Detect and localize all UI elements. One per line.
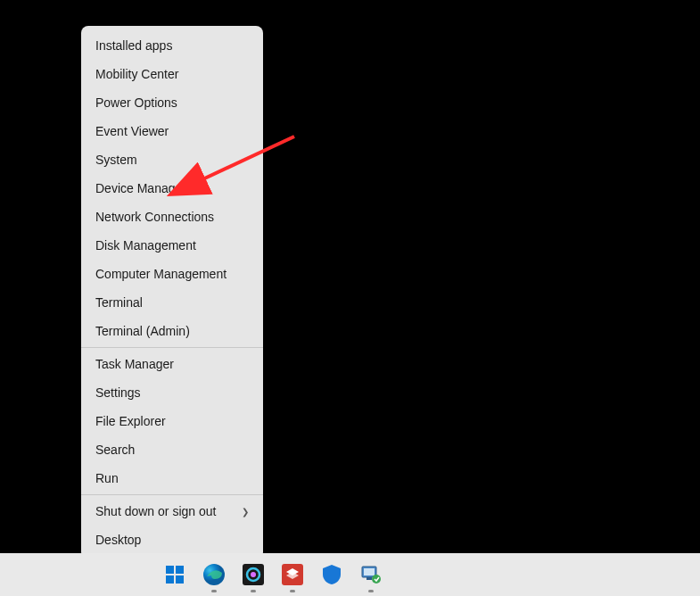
menu-power-options[interactable]: Power Options: [81, 88, 263, 117]
svg-rect-1: [176, 566, 184, 574]
menu-shutdown[interactable]: Shut down or sign out❯: [81, 497, 263, 526]
svg-rect-10: [364, 568, 375, 575]
menu-item-label: Power Options: [95, 95, 177, 110]
svg-rect-0: [166, 566, 174, 574]
menu-item-label: Disk Management: [95, 238, 196, 252]
menu-file-explorer[interactable]: File Explorer: [81, 407, 263, 435]
menu-item-label: Device Manager: [95, 181, 186, 195]
menu-separator: [81, 347, 263, 348]
svg-rect-11: [366, 577, 372, 580]
menu-item-label: Computer Management: [95, 267, 226, 281]
menu-desktop[interactable]: Desktop: [81, 526, 263, 554]
security-icon[interactable]: [317, 560, 346, 589]
menu-installed-apps[interactable]: Installed apps: [81, 31, 263, 60]
menu-item-label: Installed apps: [95, 38, 172, 53]
menu-item-label: Network Connections: [95, 210, 214, 224]
menu-item-label: Task Manager: [95, 357, 174, 371]
menu-item-label: Desktop: [95, 533, 141, 547]
menu-system[interactable]: System: [81, 145, 263, 174]
start-icon[interactable]: [161, 560, 189, 589]
edge-icon[interactable]: [200, 560, 228, 589]
menu-network-connections[interactable]: Network Connections: [81, 203, 263, 231]
taskbar: [0, 553, 700, 596]
menu-item-label: Settings: [95, 385, 141, 400]
menu-item-label: Shut down or sign out: [95, 504, 216, 518]
winx-context-menu: Installed appsMobility CenterPower Optio…: [81, 26, 263, 559]
menu-item-label: Search: [95, 443, 135, 457]
chevron-right-icon: ❯: [242, 507, 249, 517]
menu-device-manager[interactable]: Device Manager: [81, 174, 263, 203]
menu-settings[interactable]: Settings: [81, 378, 263, 407]
svg-rect-3: [176, 575, 184, 584]
menu-item-label: Terminal: [95, 295, 143, 310]
menu-terminal[interactable]: Terminal: [81, 288, 263, 317]
app-red-icon[interactable]: [278, 560, 307, 589]
system-tool-icon[interactable]: [357, 560, 385, 589]
copilot-icon[interactable]: [239, 560, 268, 589]
menu-terminal-admin[interactable]: Terminal (Admin): [81, 317, 263, 345]
svg-point-7: [251, 572, 256, 577]
svg-rect-2: [166, 575, 174, 584]
menu-event-viewer[interactable]: Event Viewer: [81, 117, 263, 145]
menu-search[interactable]: Search: [81, 435, 263, 464]
menu-disk-management[interactable]: Disk Management: [81, 231, 263, 260]
menu-item-label: Run: [95, 471, 119, 485]
menu-item-label: System: [95, 153, 137, 167]
menu-item-label: File Explorer: [95, 414, 166, 428]
menu-item-label: Terminal (Admin): [95, 324, 190, 338]
menu-mobility-center[interactable]: Mobility Center: [81, 60, 263, 88]
menu-computer-management[interactable]: Computer Management: [81, 260, 263, 288]
menu-item-label: Event Viewer: [95, 124, 169, 138]
svg-point-12: [372, 575, 381, 584]
menu-separator: [81, 494, 263, 495]
menu-item-label: Mobility Center: [95, 67, 178, 81]
menu-run[interactable]: Run: [81, 464, 263, 493]
menu-task-manager[interactable]: Task Manager: [81, 350, 263, 378]
